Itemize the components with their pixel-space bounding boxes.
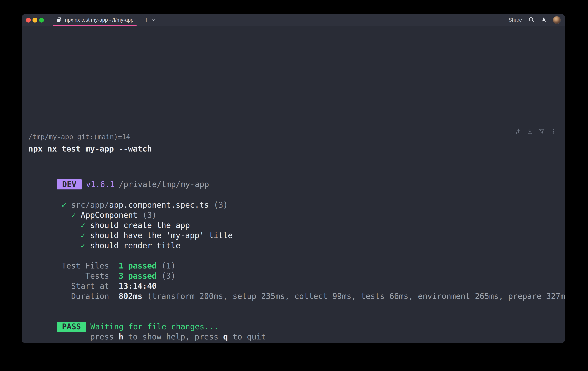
chevron-down-icon[interactable] <box>151 18 156 22</box>
window-controls <box>26 18 44 22</box>
check-icon: ✓ <box>57 231 90 240</box>
tab-title: npx nx test my-app - /t/my-app <box>65 17 134 23</box>
new-tab-button[interactable]: + <box>143 14 150 26</box>
command-block: /tmp/my-app git:(main)±14 npx nx test my… <box>22 122 565 332</box>
kebab-menu-icon[interactable] <box>550 128 557 135</box>
command-text[interactable]: npx nx test my-app --watch <box>28 144 557 154</box>
sparkles-icon[interactable] <box>515 128 522 135</box>
vite-dev-line: DEVv1.6.1/private/tmp/my-app <box>28 169 557 179</box>
block-toolbar <box>515 128 557 135</box>
watch-status-message: Waiting for file changes... <box>90 322 219 331</box>
filter-icon[interactable] <box>538 128 545 135</box>
titlebar: npx nx test my-app - /t/my-app + Share <box>22 14 565 26</box>
terminal-window: npx nx test my-app - /t/my-app + Share <box>21 14 565 343</box>
pass-badge: PASS <box>57 322 86 332</box>
share-button[interactable]: Share <box>509 17 522 23</box>
quit-key: q <box>223 332 228 341</box>
terminal-tab[interactable]: npx nx test my-app - /t/my-app <box>52 14 137 26</box>
warp-logo[interactable] <box>541 16 547 24</box>
dev-badge: DEV <box>57 179 82 189</box>
check-icon: ✓ <box>57 241 90 250</box>
check-icon: ✓ <box>57 210 81 220</box>
project-path: /private/tmp/my-app <box>119 180 209 189</box>
download-icon[interactable] <box>526 128 533 135</box>
check-icon: ✓ <box>57 200 71 209</box>
tabs-icon <box>56 17 62 23</box>
watch-status-line: PASSWaiting for file changes... <box>28 311 557 322</box>
user-avatar[interactable] <box>553 16 561 24</box>
active-tab-indicator <box>53 25 136 26</box>
test-file-line: ✓ src/app/app.component.spec.ts (3) <box>28 190 557 200</box>
search-icon[interactable] <box>528 16 535 24</box>
help-key: h <box>118 332 123 341</box>
vite-version: v1.6.1 <box>86 180 115 189</box>
close-window-button[interactable] <box>26 18 31 22</box>
previous-block-area <box>22 26 565 122</box>
minimize-window-button[interactable] <box>32 18 37 22</box>
titlebar-right: Share <box>509 16 561 24</box>
summary-test-files: Test Files 1 passed (1) <box>28 251 557 261</box>
check-icon: ✓ <box>57 221 90 230</box>
shell-prompt: /tmp/my-app git:(main)±14 <box>28 132 557 142</box>
zoom-window-button[interactable] <box>39 18 44 22</box>
